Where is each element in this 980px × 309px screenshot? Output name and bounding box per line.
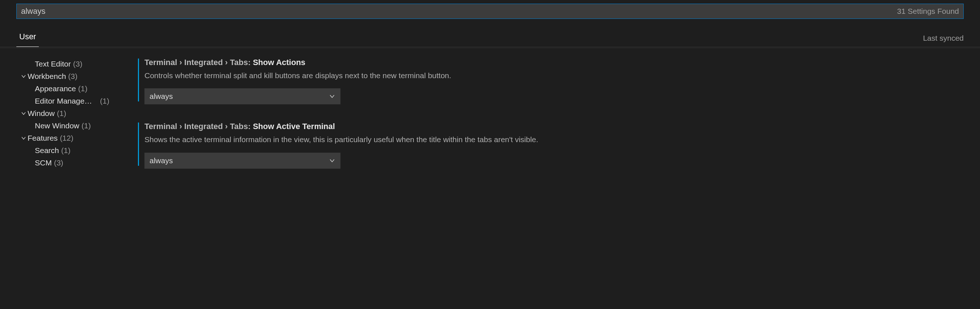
settings-toc: Text Editor (3) Workbench (3) Appearance… bbox=[0, 58, 138, 186]
toc-editor-management[interactable]: Editor Manage… (1) bbox=[20, 95, 138, 107]
settings-body: Text Editor (3) Workbench (3) Appearance… bbox=[0, 48, 980, 186]
setting-title-leaf: Show Actions bbox=[253, 58, 305, 67]
toc-scm[interactable]: SCM (3) bbox=[20, 157, 138, 169]
setting-title-leaf: Show Active Terminal bbox=[253, 122, 335, 131]
settings-sync-status[interactable]: Last synced bbox=[923, 34, 964, 47]
toc-features[interactable]: Features (12) bbox=[20, 132, 138, 144]
toc-appearance[interactable]: Appearance (1) bbox=[20, 83, 138, 95]
toc-count: (1) bbox=[100, 97, 110, 106]
setting-description: Controls whether terminal split and kill… bbox=[145, 70, 966, 81]
toc-count: (3) bbox=[68, 72, 78, 81]
toc-count: (3) bbox=[54, 159, 64, 167]
settings-search-input[interactable] bbox=[21, 4, 891, 19]
settings-tabs-row: User Last synced bbox=[0, 21, 980, 47]
toc-count: (1) bbox=[61, 146, 71, 155]
setting-title: Terminal › Integrated › Tabs: Show Actio… bbox=[145, 58, 966, 67]
toc-label: SCM bbox=[35, 159, 52, 167]
toc-window[interactable]: Window (1) bbox=[20, 107, 138, 120]
setting-select-show-actions[interactable]: always bbox=[145, 88, 340, 104]
search-row: 31 Settings Found bbox=[0, 0, 980, 21]
toc-count: (1) bbox=[82, 122, 91, 130]
setting-terminal-tabs-show-active-terminal: Terminal › Integrated › Tabs: Show Activ… bbox=[138, 122, 966, 168]
toc-text-editor[interactable]: Text Editor (3) bbox=[20, 58, 138, 70]
toc-label: Workbench bbox=[28, 72, 66, 81]
settings-search-box[interactable]: 31 Settings Found bbox=[16, 4, 964, 19]
setting-title-path: Terminal › Integrated › Tabs: bbox=[145, 122, 253, 131]
setting-select-show-active-terminal[interactable]: always bbox=[145, 153, 340, 169]
modified-indicator bbox=[138, 123, 139, 165]
toc-label: Features bbox=[28, 134, 58, 142]
toc-label: Window bbox=[28, 109, 55, 118]
chevron-down-icon bbox=[329, 93, 336, 99]
select-value: always bbox=[150, 92, 173, 101]
setting-terminal-tabs-show-actions: Terminal › Integrated › Tabs: Show Actio… bbox=[138, 58, 966, 104]
tab-user[interactable]: User bbox=[16, 28, 39, 47]
toc-count: (1) bbox=[78, 84, 88, 93]
setting-description: Shows the active terminal information in… bbox=[145, 134, 966, 145]
toc-label: Text Editor bbox=[35, 59, 71, 68]
chevron-down-icon bbox=[20, 74, 28, 79]
setting-title: Terminal › Integrated › Tabs: Show Activ… bbox=[145, 122, 966, 131]
toc-count: (12) bbox=[60, 134, 73, 142]
chevron-down-icon bbox=[20, 110, 28, 116]
toc-search[interactable]: Search (1) bbox=[20, 144, 138, 157]
toc-workbench[interactable]: Workbench (3) bbox=[20, 70, 138, 83]
chevron-down-icon bbox=[329, 157, 336, 164]
toc-label: Editor Manage… bbox=[35, 97, 92, 106]
modified-indicator bbox=[138, 59, 139, 101]
toc-label: Appearance bbox=[35, 84, 76, 93]
setting-title-path: Terminal › Integrated › Tabs: bbox=[145, 58, 253, 67]
chevron-down-icon bbox=[20, 135, 28, 141]
toc-label: Search bbox=[35, 146, 59, 155]
toc-count: (3) bbox=[73, 59, 83, 68]
settings-search-result-count: 31 Settings Found bbox=[891, 7, 959, 16]
toc-count: (1) bbox=[57, 109, 67, 118]
settings-content: Terminal › Integrated › Tabs: Show Actio… bbox=[138, 58, 980, 186]
select-value: always bbox=[150, 156, 173, 165]
toc-label: New Window bbox=[35, 122, 80, 130]
toc-new-window[interactable]: New Window (1) bbox=[20, 120, 138, 132]
